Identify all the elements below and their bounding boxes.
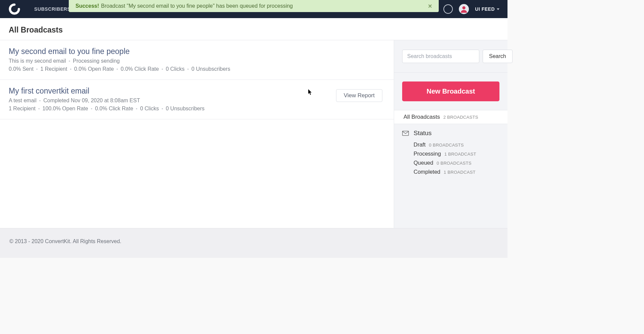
username-label: UI FEED (475, 6, 495, 12)
stat: 0.0% Click Rate (95, 106, 133, 112)
separator-dot: • (91, 106, 93, 111)
status-filter-processing[interactable]: Processing 1 BROADCAST (414, 149, 499, 158)
separator-dot: • (162, 67, 163, 72)
status-label: Draft (414, 142, 426, 148)
status-count: 1 BROADCAST (444, 170, 476, 175)
broadcast-title[interactable]: My second email to you fine people (9, 47, 385, 56)
status-heading-label: Status (414, 129, 432, 137)
separator-dot: • (116, 67, 118, 72)
broadcast-row[interactable]: My first convertkit email A test email •… (0, 80, 394, 119)
stat: 1 Recipient (40, 66, 67, 72)
nav-right: ? UI FEED (434, 4, 499, 14)
filter-all-broadcasts[interactable]: All Broadcasts 2 BROADCASTS (394, 110, 507, 124)
view-report-button[interactable]: View Report (336, 89, 382, 102)
broadcast-status: Processing sending (73, 58, 120, 64)
broadcast-desc: A test email (9, 98, 37, 104)
stat: 0.0% Click Rate (121, 66, 159, 72)
chevron-down-icon (497, 8, 499, 10)
separator-dot: • (69, 59, 70, 64)
copyright: © 2013 - 2020 ConvertKit. All Rights Res… (9, 238, 121, 244)
avatar[interactable] (459, 4, 469, 14)
broadcast-stats: 1 Recipient• 100.0% Open Rate• 0.0% Clic… (9, 106, 385, 112)
stat: 0 Clicks (166, 66, 184, 72)
svg-point-0 (463, 6, 466, 9)
filter-label: All Broadcasts (404, 114, 440, 120)
search-input[interactable] (402, 50, 479, 63)
separator-dot: • (187, 67, 189, 72)
status-label: Processing (414, 151, 441, 157)
stat: 0 Unsubscribers (166, 106, 205, 112)
filter-count: 2 BROADCASTS (443, 115, 478, 120)
status-label: Completed (414, 169, 440, 175)
status-filter-completed[interactable]: Completed 1 BROADCAST (414, 167, 499, 176)
status-count: 0 BROADCASTS (437, 161, 472, 166)
status-filter-group: Status Draft 0 BROADCASTS Processing 1 B… (394, 124, 507, 182)
alert-close-button[interactable]: × (428, 3, 432, 9)
separator-dot: • (162, 106, 163, 111)
page-header: All Broadcasts (0, 18, 507, 40)
footer: © 2013 - 2020 ConvertKit. All Rights Res… (0, 228, 507, 258)
new-broadcast-button[interactable]: New Broadcast (402, 81, 499, 101)
stat: 1 Recipient (9, 106, 36, 112)
svg-rect-1 (402, 131, 409, 135)
status-heading: Status (402, 129, 499, 137)
broadcast-title[interactable]: My first convertkit email (9, 87, 385, 96)
separator-dot: • (39, 98, 41, 103)
search-button[interactable]: Search (483, 50, 513, 63)
separator-dot: • (38, 106, 40, 111)
stat: 0 Clicks (140, 106, 159, 112)
user-menu[interactable]: UI FEED (475, 6, 499, 12)
page-title: All Broadcasts (9, 25, 499, 35)
stat: 0.0% Open Rate (74, 66, 114, 72)
stat: 0 Unsubscribers (192, 66, 230, 72)
broadcast-stats: 0.0% Sent• 1 Recipient• 0.0% Open Rate• … (9, 66, 385, 72)
broadcast-row[interactable]: My second email to you fine people This … (0, 40, 394, 80)
broadcast-desc: This is my second email (9, 58, 66, 64)
separator-dot: • (136, 106, 138, 111)
logo[interactable] (8, 3, 21, 15)
status-filter-queued[interactable]: Queued 0 BROADCASTS (414, 158, 499, 167)
sidebar: Search New Broadcast All Broadcasts 2 BR… (394, 40, 507, 228)
separator-dot: • (36, 67, 38, 72)
search-icon[interactable] (443, 4, 453, 14)
envelope-icon (402, 131, 409, 136)
stat: 100.0% Open Rate (43, 106, 88, 112)
status-count: 0 BROADCASTS (429, 143, 464, 148)
broadcast-status: Completed Nov 09, 2020 at 8:08am EST (43, 98, 140, 104)
status-count: 1 BROADCAST (444, 152, 476, 157)
stat: 0.0% Sent (9, 66, 34, 72)
success-alert: Success! Broadcast "My second email to y… (69, 0, 439, 12)
separator-dot: • (70, 67, 71, 72)
alert-message: Broadcast "My second email to you fine p… (101, 3, 293, 9)
alert-strong: Success! (75, 3, 99, 9)
nav-subscribers[interactable]: SUBSCRIBERS (34, 6, 71, 12)
status-label: Queued (414, 160, 433, 166)
broadcast-list: My second email to you fine people This … (0, 40, 394, 228)
status-filter-draft[interactable]: Draft 0 BROADCASTS (414, 140, 499, 149)
